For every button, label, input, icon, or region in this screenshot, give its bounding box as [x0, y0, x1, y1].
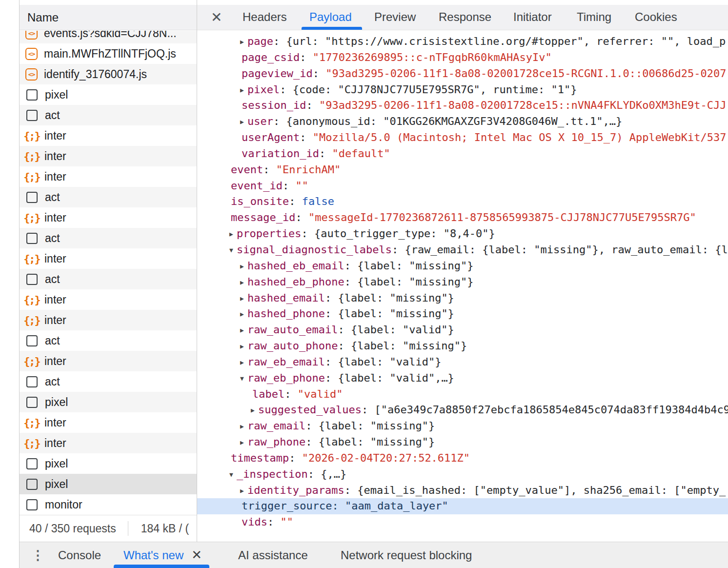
payload-row[interactable]: ▶hashed_phone: {label: "missing"} — [197, 306, 728, 322]
request-row[interactable]: <> events.js?sdkid=CJJ78N... — [20, 31, 197, 43]
request-name: act — [45, 232, 60, 245]
expand-arrow-icon[interactable]: ▶ — [240, 339, 247, 354]
generic-request-icon — [26, 458, 38, 469]
expand-arrow-icon[interactable]: ▶ — [240, 275, 247, 290]
expand-arrow-icon[interactable]: ▶ — [240, 114, 247, 130]
payload-row[interactable]: ▶raw_auto_phone: {label: "missing"} — [197, 338, 728, 354]
expand-arrow-icon[interactable]: ▶ — [240, 82, 247, 98]
payload-row[interactable]: ▼_inspection: {,…} — [197, 467, 728, 483]
expand-arrow-icon[interactable]: ▶ — [240, 306, 247, 322]
payload-row[interactable]: session_id: "93ad3295-0206-11f1-8a08-020… — [197, 98, 728, 114]
expand-arrow-icon[interactable]: ▶ — [240, 34, 247, 50]
payload-value: {anonymous_id: "01KGG26KMGAXZGF3V4208G04… — [286, 115, 622, 127]
payload-value: {label: "missing"} — [338, 307, 454, 320]
request-row[interactable]: act — [20, 228, 197, 248]
payload-row[interactable]: ▶user: {anonymous_id: "01KGG26KMGAXZGF3V… — [197, 114, 728, 130]
request-row[interactable]: <> identify_31760074.js — [20, 64, 197, 84]
request-row[interactable]: pixel — [20, 392, 197, 412]
request-row[interactable]: act — [20, 330, 197, 351]
tab-response[interactable]: Response — [439, 5, 491, 29]
payload-key: message_id — [231, 211, 295, 223]
expand-arrow-icon[interactable]: ▶ — [240, 435, 247, 450]
payload-row[interactable]: ▶identity_params: {email_is_hashed: ["em… — [197, 483, 728, 499]
payload-row[interactable]: pageview_id: "93ad3295-0206-11f1-8a08-02… — [197, 66, 728, 82]
request-row[interactable]: pixel — [20, 453, 197, 474]
request-row[interactable]: {;} inter — [20, 125, 197, 146]
drawer-tab-ai-assistance[interactable]: AI assistance — [238, 542, 308, 568]
payload-row[interactable]: event: "EnrichAM" — [197, 162, 728, 178]
expand-arrow-icon[interactable]: ▶ — [240, 291, 247, 306]
tab-payload[interactable]: Payload — [309, 5, 352, 29]
payload-row[interactable]: label: "valid" — [197, 386, 728, 403]
collapse-arrow-icon[interactable]: ▼ — [229, 467, 237, 483]
payload-row[interactable]: timestamp: "2026-02-04T20:27:52.611Z" — [197, 450, 728, 467]
expand-arrow-icon[interactable]: ▶ — [240, 483, 247, 499]
payload-row[interactable]: ▶hashed_email: {label: "missing"} — [197, 290, 728, 306]
payload-row[interactable]: is_onsite: false — [197, 194, 728, 210]
payload-row[interactable]: ▶pixel: {code: "CJJ78NJC77U5E795SR7G", r… — [197, 82, 728, 98]
payload-row[interactable]: ▶raw_email: {label: "missing"} — [197, 418, 728, 434]
payload-row[interactable]: ▶raw_eb_email: {label: "valid"} — [197, 354, 728, 370]
request-row[interactable]: {;} inter — [20, 351, 197, 371]
payload-row[interactable]: message_id: "messageId-1770236872611-875… — [197, 210, 728, 226]
payload-value: {label: "missing"} — [319, 420, 435, 432]
payload-row[interactable]: ▶hashed_eb_phone: {label: "missing"} — [197, 274, 728, 290]
payload-row[interactable]: vids: "" — [197, 514, 728, 530]
request-row[interactable]: {;} inter — [20, 433, 197, 453]
request-row[interactable]: pixel — [20, 474, 197, 494]
request-row[interactable]: {;} inter — [20, 166, 197, 187]
payload-row[interactable]: ▼signal_diagnostic_labels: {raw_email: {… — [197, 242, 728, 258]
request-row[interactable]: {;} inter — [20, 310, 197, 330]
fetch-request-icon: {;} — [25, 212, 38, 224]
request-row[interactable]: act — [20, 269, 197, 289]
payload-key: suggested_values — [258, 404, 362, 416]
request-name: act — [45, 109, 60, 122]
payload-row[interactable]: ▶suggested_values: ["a6e349c7a8850f27ebc… — [197, 402, 728, 418]
payload-row[interactable]: ▶raw_phone: {label: "missing"} — [197, 434, 728, 450]
request-row[interactable]: pixel — [20, 84, 197, 105]
payload-row[interactable]: ▶raw_auto_email: {label: "valid"} — [197, 322, 728, 338]
drawer-menu-button[interactable]: ⋮ — [31, 542, 44, 568]
tab-headers[interactable]: Headers — [243, 5, 287, 29]
expand-arrow-icon[interactable]: ▶ — [251, 403, 258, 418]
drawer-tab-network-request-blocking[interactable]: Network request blocking — [341, 542, 472, 568]
payload-row[interactable]: ▼raw_eb_phone: {label: "valid",…} — [197, 370, 728, 386]
expand-arrow-icon[interactable]: ▶ — [229, 226, 237, 242]
payload-value: "aam_data_layer" — [345, 500, 448, 512]
tab-timing[interactable]: Timing — [577, 5, 611, 29]
payload-row[interactable]: userAgent: "Mozilla/5.0 (Macintosh; Inte… — [197, 130, 728, 146]
payload-row[interactable]: ▶page: {url: "https://www.crisistextline… — [197, 34, 728, 50]
request-row[interactable]: {;} inter — [20, 248, 197, 269]
expand-arrow-icon[interactable]: ▶ — [240, 323, 247, 338]
generic-request-icon — [26, 233, 38, 244]
payload-row[interactable]: page_csid: "1770236269895::c-nTFgqbR60km… — [197, 50, 728, 66]
request-row[interactable]: monitor — [20, 494, 197, 515]
collapse-arrow-icon[interactable]: ▼ — [240, 371, 247, 386]
request-row[interactable]: act — [20, 187, 197, 207]
tab-preview[interactable]: Preview — [374, 5, 416, 29]
request-row[interactable]: {;} inter — [20, 289, 197, 310]
request-row[interactable]: act — [20, 371, 197, 392]
payload-row[interactable]: event_id: "" — [197, 178, 728, 194]
drawer-tab-console[interactable]: Console — [58, 542, 101, 568]
fetch-request-icon: {;} — [25, 130, 38, 142]
close-whats-new-icon[interactable]: ✕ — [191, 548, 202, 563]
request-row[interactable]: {;} inter — [20, 412, 197, 433]
close-detail-panel-button[interactable]: ✕ — [211, 5, 222, 29]
request-row[interactable]: {;} inter — [20, 146, 197, 166]
payload-row[interactable]: ▶properties: {auto_trigger_type: "8,4-0"… — [197, 226, 728, 242]
collapse-arrow-icon[interactable]: ▼ — [229, 243, 237, 258]
network-summary-bar: 40 / 350 requests 184 kB / ( — [20, 515, 197, 542]
expand-arrow-icon[interactable]: ▶ — [240, 259, 247, 274]
expand-arrow-icon[interactable]: ▶ — [240, 419, 247, 434]
payload-row[interactable]: trigger_source: "aam_data_layer" — [197, 498, 728, 514]
request-row[interactable]: <> main.MWFhZTllNTFjOQ.js — [20, 43, 197, 64]
name-column-header[interactable]: Name — [20, 5, 197, 30]
payload-row[interactable]: variation_id: "default" — [197, 146, 728, 162]
request-row[interactable]: {;} inter — [20, 207, 197, 228]
expand-arrow-icon[interactable]: ▶ — [240, 355, 247, 370]
payload-row[interactable]: ▶hashed_eb_email: {label: "missing"} — [197, 258, 728, 274]
tab-cookies[interactable]: Cookies — [635, 5, 677, 29]
tab-initiator[interactable]: Initiator — [513, 5, 552, 29]
request-row[interactable]: act — [20, 105, 197, 125]
